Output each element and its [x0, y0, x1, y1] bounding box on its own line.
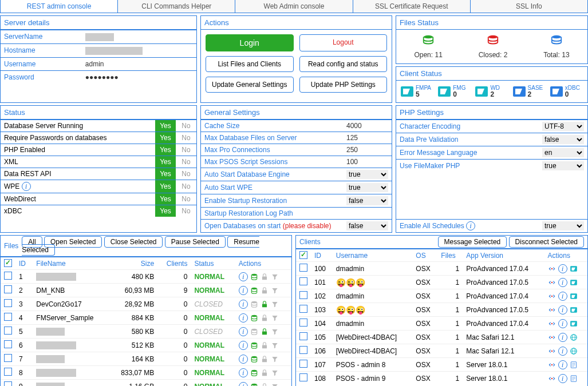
app-icon[interactable]	[570, 278, 578, 286]
row-checkbox[interactable]	[299, 319, 307, 327]
status-yes[interactable]: Yes	[155, 132, 176, 144]
tab-0[interactable]: REST admin console	[1, 0, 118, 13]
column-header[interactable]: Actions	[544, 249, 587, 262]
field-value[interactable]: ●●●●●●●●	[82, 70, 196, 83]
setting-select[interactable]: true	[346, 170, 388, 179]
setting-select[interactable]: true	[346, 183, 388, 192]
filter-icon[interactable]	[271, 300, 279, 308]
status-yes[interactable]: Yes	[155, 120, 176, 132]
update-php-button[interactable]: Update PHP Settings	[299, 77, 388, 93]
field-value[interactable]: admin	[82, 57, 196, 70]
row-checkbox[interactable]	[299, 360, 307, 368]
row-checkbox[interactable]	[299, 346, 307, 354]
database-icon[interactable]	[250, 273, 258, 281]
read-config-button[interactable]: Read config and status	[299, 56, 388, 72]
status-no[interactable]: No	[176, 144, 196, 156]
info-icon[interactable]: i	[558, 374, 567, 383]
row-checkbox[interactable]	[4, 340, 12, 348]
update-general-button[interactable]: Update General Settings	[206, 77, 294, 93]
database-icon[interactable]	[250, 341, 258, 349]
info-icon[interactable]: i	[239, 313, 248, 323]
row-checkbox[interactable]	[4, 381, 12, 386]
database-icon[interactable]	[250, 300, 258, 308]
row-checkbox[interactable]	[299, 277, 307, 285]
info-icon[interactable]: i	[558, 360, 567, 369]
filter-icon[interactable]	[271, 355, 279, 363]
tab-1[interactable]: CLI Commands Helper	[118, 0, 235, 13]
status-yes[interactable]: Yes	[155, 180, 176, 193]
database-icon[interactable]	[250, 383, 258, 387]
info-icon[interactable]: i	[239, 327, 248, 336]
filter-icon[interactable]	[271, 273, 279, 281]
filter-icon[interactable]	[271, 314, 279, 322]
column-header[interactable]: ID	[15, 257, 33, 270]
script-icon[interactable]	[570, 375, 578, 383]
info-icon[interactable]: i	[239, 382, 248, 387]
info-icon[interactable]: i	[558, 333, 567, 342]
row-checkbox[interactable]	[299, 305, 307, 313]
status-yes[interactable]: Yes	[155, 156, 176, 168]
disconnect-icon[interactable]	[548, 361, 556, 369]
row-checkbox[interactable]	[4, 368, 12, 376]
row-checkbox[interactable]	[4, 354, 12, 362]
lock-icon[interactable]	[261, 286, 269, 295]
disconnect-icon[interactable]	[548, 278, 556, 286]
status-no[interactable]: No	[176, 180, 196, 193]
disconnect-icon[interactable]	[548, 320, 556, 328]
setting-value[interactable]: 250	[346, 146, 358, 154]
tab-4[interactable]: SSL Info	[471, 0, 587, 13]
disconnect-icon[interactable]	[548, 347, 556, 355]
disconnect-icon[interactable]	[548, 265, 556, 273]
tab-3[interactable]: SSL Certificate Request	[353, 0, 471, 13]
clients-action-button[interactable]: Disconnect Selected	[509, 236, 584, 248]
info-icon[interactable]: i	[239, 272, 248, 281]
status-yes[interactable]: Yes	[155, 193, 176, 205]
setting-select[interactable]: false	[542, 135, 584, 144]
column-header[interactable]: Clients	[157, 257, 191, 270]
setting-select[interactable]: false	[346, 221, 388, 230]
row-checkbox[interactable]	[299, 373, 307, 381]
filter-icon[interactable]	[271, 383, 279, 387]
list-files-button[interactable]: List Files and Clients	[206, 56, 294, 72]
app-icon[interactable]	[570, 265, 578, 273]
column-header[interactable]: Username	[333, 249, 413, 262]
tab-2[interactable]: Web Admin console	[235, 0, 353, 13]
disconnect-icon[interactable]	[548, 306, 556, 314]
status-no[interactable]: No	[176, 205, 196, 217]
filter-icon[interactable]	[271, 328, 279, 336]
login-button[interactable]: Login	[206, 34, 294, 51]
info-icon[interactable]: i	[558, 264, 567, 273]
enable-schedules-select[interactable]: true	[542, 221, 584, 230]
lock-icon[interactable]	[261, 314, 269, 322]
info-icon[interactable]: i	[558, 347, 567, 356]
row-checkbox[interactable]	[4, 327, 12, 335]
status-no[interactable]: No	[176, 168, 196, 180]
info-icon[interactable]: i	[558, 319, 567, 328]
info-icon[interactable]: i	[239, 300, 248, 309]
filter-icon[interactable]	[271, 369, 279, 377]
status-no[interactable]: No	[176, 156, 196, 168]
setting-select[interactable]: true	[542, 161, 584, 170]
files-action-button[interactable]: Pause Selected	[165, 236, 226, 248]
app-icon[interactable]	[570, 292, 578, 300]
database-icon[interactable]	[250, 328, 258, 336]
status-no[interactable]: No	[176, 132, 196, 144]
filter-icon[interactable]	[271, 341, 279, 349]
lock-icon[interactable]	[261, 273, 269, 281]
disconnect-icon[interactable]	[548, 375, 556, 383]
clients-action-button[interactable]: Message Selected	[438, 236, 507, 248]
lock-icon[interactable]	[261, 383, 269, 387]
status-yes[interactable]: Yes	[155, 205, 176, 217]
setting-select[interactable]: false	[346, 196, 388, 205]
row-checkbox[interactable]	[299, 332, 307, 340]
globe-icon[interactable]	[570, 347, 578, 355]
status-yes[interactable]: Yes	[155, 168, 176, 180]
info-icon[interactable]: i	[558, 305, 567, 315]
app-icon[interactable]	[570, 320, 578, 328]
info-icon[interactable]: i	[239, 368, 248, 377]
lock-icon[interactable]	[261, 355, 269, 363]
files-action-button[interactable]: Close Selected	[104, 236, 163, 248]
lock-icon[interactable]	[261, 328, 269, 336]
row-checkbox[interactable]	[4, 313, 12, 321]
database-icon[interactable]	[250, 355, 258, 363]
